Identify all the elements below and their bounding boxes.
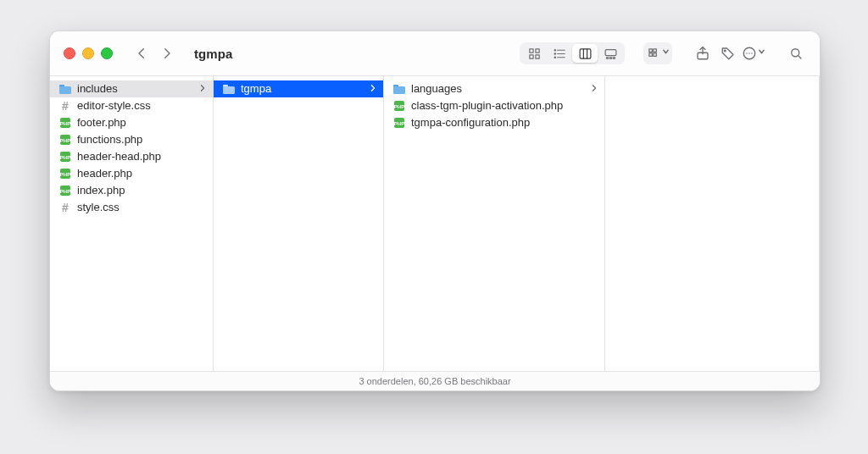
gallery-icon xyxy=(604,47,618,61)
chevron-right-icon xyxy=(159,46,175,61)
file-row[interactable]: PHP header-head.php xyxy=(50,148,213,165)
file-row[interactable]: PHP class-tgm-plugin-activation.php xyxy=(384,97,604,114)
css-icon: # xyxy=(58,201,72,214)
item-label: header-head.php xyxy=(77,148,161,165)
item-label: editor-style.css xyxy=(77,97,151,114)
svg-rect-2 xyxy=(529,54,532,58)
svg-text:PHP: PHP xyxy=(60,138,70,143)
css-icon: # xyxy=(58,99,72,113)
file-row[interactable]: PHP index.php xyxy=(50,182,213,199)
column-1[interactable]: tgmpa xyxy=(214,76,384,371)
file-row[interactable]: # editor-style.css xyxy=(50,97,213,114)
folder-icon xyxy=(58,82,72,96)
svg-text:PHP: PHP xyxy=(60,155,70,160)
php-icon: PHP xyxy=(58,116,72,130)
close-window-button[interactable] xyxy=(64,47,75,59)
svg-rect-13 xyxy=(605,49,616,55)
svg-rect-14 xyxy=(606,57,608,58)
file-row[interactable]: PHP functions.php xyxy=(50,131,213,148)
folder-icon xyxy=(392,82,406,96)
file-row[interactable]: # style.css xyxy=(50,199,213,216)
svg-rect-44 xyxy=(393,86,405,94)
svg-text:PHP: PHP xyxy=(394,104,404,109)
disclosure-icon xyxy=(370,80,376,97)
zoom-window-button[interactable] xyxy=(101,47,113,59)
column-0[interactable]: includes # editor-style.css PHP footer.p… xyxy=(50,76,214,371)
view-gallery-button[interactable] xyxy=(598,44,623,63)
item-label: functions.php xyxy=(77,131,142,148)
item-label: includes xyxy=(77,80,118,97)
chevron-left-icon xyxy=(134,46,149,61)
chevron-down-icon xyxy=(662,46,670,58)
svg-text:PHP: PHP xyxy=(394,121,404,126)
status-bar: 3 onderdelen, 60,26 GB beschikbaar xyxy=(50,371,820,390)
item-label: index.php xyxy=(77,182,125,199)
item-label: tgmpa xyxy=(241,80,271,97)
group-icon xyxy=(647,47,661,61)
chevron-down-icon xyxy=(758,46,765,58)
svg-point-7 xyxy=(554,49,555,50)
svg-rect-42 xyxy=(223,86,235,94)
file-row[interactable]: PHP tgmpa-configuration.php xyxy=(384,114,604,131)
columns-icon xyxy=(578,47,593,61)
view-mode-segment xyxy=(520,42,625,64)
item-label: style.css xyxy=(77,199,120,216)
item-label: header.php xyxy=(77,165,132,182)
svg-point-25 xyxy=(748,53,750,54)
action-menu-button[interactable] xyxy=(742,43,765,64)
tag-icon xyxy=(721,46,736,61)
toolbar: tgmpa xyxy=(50,31,820,76)
svg-rect-17 xyxy=(648,48,652,52)
php-icon: PHP xyxy=(392,99,406,113)
nav-buttons xyxy=(130,43,179,64)
svg-rect-10 xyxy=(580,48,591,58)
columns-area: includes # editor-style.css PHP footer.p… xyxy=(50,76,820,371)
svg-point-24 xyxy=(746,53,748,54)
svg-rect-1 xyxy=(535,48,538,52)
disclosure-icon xyxy=(199,80,206,97)
share-icon xyxy=(695,46,710,61)
view-icon-button[interactable] xyxy=(521,44,547,63)
svg-rect-20 xyxy=(653,53,656,56)
svg-text:PHP: PHP xyxy=(60,121,70,126)
svg-point-8 xyxy=(554,53,555,53)
svg-rect-19 xyxy=(648,53,652,56)
grid-icon xyxy=(527,47,542,61)
php-icon: PHP xyxy=(58,167,72,180)
forward-button[interactable] xyxy=(155,43,179,64)
share-button[interactable] xyxy=(691,43,715,64)
svg-point-22 xyxy=(724,50,726,52)
search-button[interactable] xyxy=(784,43,808,64)
group-by-button[interactable] xyxy=(643,42,672,64)
php-icon: PHP xyxy=(58,150,72,163)
folder-row[interactable]: tgmpa xyxy=(214,80,383,97)
list-icon xyxy=(553,47,567,61)
finder-window: tgmpa xyxy=(49,30,821,391)
column-3[interactable] xyxy=(605,76,820,371)
item-label: languages xyxy=(411,80,462,97)
ellipsis-circle-icon xyxy=(742,46,757,61)
back-button[interactable] xyxy=(130,43,153,64)
view-columns-button[interactable] xyxy=(572,44,598,63)
minimize-window-button[interactable] xyxy=(82,47,94,59)
tags-button[interactable] xyxy=(716,43,740,64)
folder-row[interactable]: languages xyxy=(384,80,604,97)
svg-point-9 xyxy=(554,57,555,58)
view-list-button[interactable] xyxy=(547,44,572,63)
window-title: tgmpa xyxy=(194,47,233,61)
file-row[interactable]: PHP footer.php xyxy=(50,114,213,131)
window-controls xyxy=(64,47,113,59)
svg-rect-15 xyxy=(609,57,611,58)
folder-icon xyxy=(222,82,236,96)
column-2[interactable]: languages PHP class-tgm-plugin-activatio… xyxy=(384,76,605,371)
file-row[interactable]: PHP header.php xyxy=(50,165,213,182)
php-icon: PHP xyxy=(392,116,406,130)
status-text: 3 onderdelen, 60,26 GB beschikbaar xyxy=(359,376,510,386)
item-label: class-tgm-plugin-activation.php xyxy=(411,97,563,114)
svg-rect-30 xyxy=(59,86,71,94)
svg-point-26 xyxy=(751,53,753,54)
svg-line-28 xyxy=(798,56,801,58)
php-icon: PHP xyxy=(58,184,72,197)
folder-row[interactable]: includes xyxy=(50,80,213,97)
svg-rect-16 xyxy=(613,57,615,58)
